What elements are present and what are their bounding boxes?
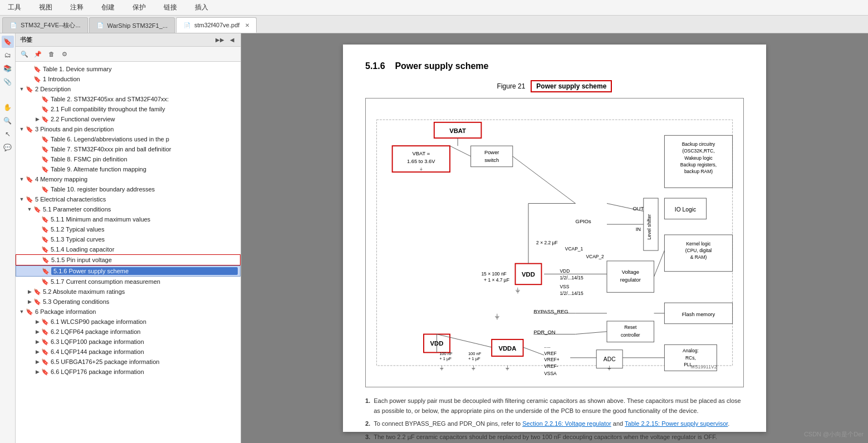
tree-expand-t25[interactable]: ▼ bbox=[18, 308, 26, 316]
tab-stm32f4ve[interactable]: 📄 STM32_F4VE--核心... bbox=[2, 17, 88, 33]
tree-item-t14[interactable]: ▼🔖5 Electrical characteristics bbox=[16, 194, 241, 204]
tree-item-t1[interactable]: 🔖Table 1. Device summary bbox=[16, 64, 241, 74]
bookmark-delete-icon[interactable]: 🗑 bbox=[46, 48, 57, 60]
tree-expand-t1 bbox=[26, 65, 33, 73]
toolbar-annotate[interactable]: 注释 bbox=[67, 2, 87, 13]
bookmark-icon-t26: 🔖 bbox=[41, 318, 49, 326]
thumbnail-panel-toggle[interactable]: 🗂 bbox=[2, 49, 14, 61]
bookmark-add-icon[interactable]: 📌 bbox=[32, 48, 43, 60]
tree-item-t22[interactable]: 🔖5.1.7 Current consumption measuremen bbox=[16, 277, 241, 287]
select-tool[interactable]: ↖ bbox=[2, 128, 14, 140]
tree-item-t7[interactable]: ▼🔖3 Pinouts and pin description bbox=[16, 124, 241, 134]
tree-expand-t31[interactable]: ▶ bbox=[33, 368, 41, 376]
pdf-viewer[interactable]: 5.1.6 Power supply scheme Figure 21 Powe… bbox=[241, 33, 868, 443]
tab-warship[interactable]: 📄 WarShip STM32F1_... bbox=[89, 17, 175, 33]
tree-item-t21[interactable]: 🔖5.1.6 Power supply scheme bbox=[16, 265, 241, 277]
layers-panel-toggle[interactable]: 📚 bbox=[2, 62, 14, 75]
tab-stm32f407ve-pdf[interactable]: 📄 stm32f407ve.pdf ✕ bbox=[176, 17, 257, 33]
hand-tool[interactable]: ✋ bbox=[2, 101, 14, 114]
tree-item-t5[interactable]: 🔖2.1 Full compatibility throughout the f… bbox=[16, 104, 241, 114]
tree-item-t13[interactable]: 🔖Table 10. register boundary addresses bbox=[16, 184, 241, 194]
tree-expand-t30[interactable]: ▶ bbox=[33, 358, 41, 366]
zoom-tool[interactable]: 🔍 bbox=[2, 115, 14, 127]
expand-all-button[interactable]: ▶▶ bbox=[214, 36, 226, 43]
tree-item-t19[interactable]: 🔖5.1.4 Loading capacitor bbox=[16, 244, 241, 254]
bookmark-options-icon[interactable]: ⚙ bbox=[59, 48, 70, 60]
tree-expand-t26[interactable]: ▶ bbox=[33, 318, 41, 326]
tree-label-t15: 5.1 Parameter conditions bbox=[43, 206, 238, 213]
tree-expand-t24[interactable]: ▶ bbox=[26, 298, 33, 306]
toolbar-insert[interactable]: 插入 bbox=[192, 2, 212, 13]
annotation-text-3: The two 2.2 µF ceramic capacitors should… bbox=[374, 432, 717, 442]
tree-expand-t15[interactable]: ▼ bbox=[26, 205, 33, 213]
tree-item-t25[interactable]: ▼🔖6 Package information bbox=[16, 307, 241, 317]
tree-label-t18: 5.1.3 Typical curves bbox=[51, 236, 238, 243]
tree-label-t20: 5.1.5 Pin input voltage bbox=[51, 257, 238, 263]
svg-text:Kernel logic: Kernel logic bbox=[686, 241, 710, 247]
tree-expand-t3[interactable]: ▼ bbox=[18, 85, 26, 93]
tree-expand-t28[interactable]: ▶ bbox=[33, 338, 41, 346]
tree-item-t15[interactable]: ▼🔖5.1 Parameter conditions bbox=[16, 204, 241, 214]
svg-text:Level shifter: Level shifter bbox=[646, 214, 652, 240]
toolbar-protect[interactable]: 保护 bbox=[129, 2, 149, 13]
tree-item-t26[interactable]: ▶🔖6.1 WLCSP90 package information bbox=[16, 317, 241, 327]
annotation-link-power-sup[interactable]: Table 2.2.15: Power supply supervisor bbox=[625, 420, 728, 427]
tree-expand-t7[interactable]: ▼ bbox=[18, 125, 26, 133]
tree-item-t11[interactable]: 🔖Table 9. Alternate function mapping bbox=[16, 164, 241, 174]
tree-item-t31[interactable]: ▶🔖6.6 LQFP176 package information bbox=[16, 367, 241, 377]
svg-text:⏚: ⏚ bbox=[506, 364, 509, 371]
tree-item-t24[interactable]: ▶🔖5.3 Operating conditions bbox=[16, 297, 241, 307]
tree-expand-t23[interactable]: ▶ bbox=[26, 288, 33, 296]
tree-label-t26: 6.1 WLCSP90 package information bbox=[51, 318, 238, 325]
collapse-all-button[interactable]: ◀ bbox=[228, 36, 236, 43]
bookmark-icon-t28: 🔖 bbox=[41, 338, 49, 346]
tree-expand-t6[interactable]: ▶ bbox=[33, 115, 41, 123]
svg-text:Backup circuitry: Backup circuitry bbox=[682, 141, 715, 147]
toolbar-view[interactable]: 视图 bbox=[36, 2, 56, 13]
svg-text:⏚: ⏚ bbox=[495, 312, 499, 320]
tree-item-t9[interactable]: 🔖Table 7. STM32F40xxx pin and ball defin… bbox=[16, 144, 241, 154]
tree-expand-t14[interactable]: ▼ bbox=[18, 195, 26, 203]
annotation-link-voltage-reg[interactable]: Section 2.2.16: Voltage regulator bbox=[522, 420, 611, 427]
tree-item-t20[interactable]: 🔖5.1.5 Pin input voltage bbox=[16, 254, 241, 265]
svg-text:IN: IN bbox=[636, 226, 641, 232]
svg-text:Reset: Reset bbox=[624, 324, 637, 330]
tab-close-button[interactable]: ✕ bbox=[245, 22, 249, 28]
tree-expand-t17 bbox=[33, 225, 41, 233]
tree-item-t4[interactable]: 🔖Table 2. STM32F405xx and STM32F407xx: bbox=[16, 94, 241, 104]
tree-item-t3[interactable]: ▼🔖2 Description bbox=[16, 84, 241, 94]
tree-item-t29[interactable]: ▶🔖6.4 LQFP144 package information bbox=[16, 347, 241, 357]
toolbar-tools[interactable]: 工具 bbox=[4, 2, 24, 13]
tree-item-t17[interactable]: 🔖5.1.2 Typical values bbox=[16, 224, 241, 234]
tree-expand-t12[interactable]: ▼ bbox=[18, 175, 26, 183]
main-area: 🔖 🗂 📚 📎 ✋ 🔍 ↖ 💬 书签 ▶▶ ◀ 🔍 📌 🗑 ⚙ 🔖Table 1… bbox=[0, 33, 868, 443]
tree-item-t8[interactable]: 🔖Table 6. Legend/abbreviations used in t… bbox=[16, 134, 241, 144]
tree-item-t23[interactable]: ▶🔖5.2 Absolute maximum ratings bbox=[16, 287, 241, 297]
toolbar-create[interactable]: 创建 bbox=[98, 2, 118, 13]
tree-item-t10[interactable]: 🔖Table 8. FSMC pin definition bbox=[16, 154, 241, 164]
tree-label-t28: 6.3 LQFP100 package information bbox=[51, 338, 238, 345]
tree-item-t6[interactable]: ▶🔖2.2 Functional overview bbox=[16, 114, 241, 124]
comment-tool[interactable]: 💬 bbox=[2, 141, 14, 154]
tree-item-t18[interactable]: 🔖5.1.3 Typical curves bbox=[16, 234, 241, 244]
tree-item-t12[interactable]: ▼🔖4 Memory mapping bbox=[16, 174, 241, 184]
attachments-panel-toggle[interactable]: 📎 bbox=[2, 76, 14, 88]
tree-expand-t29[interactable]: ▶ bbox=[33, 348, 41, 356]
svg-text:VREF-: VREF- bbox=[544, 363, 558, 369]
tree-item-t2[interactable]: 🔖1 Introduction bbox=[16, 74, 241, 84]
svg-text:regulator: regulator bbox=[620, 277, 641, 283]
tree-item-t30[interactable]: ▶🔖6.5 UFBGA176+25 package information bbox=[16, 357, 241, 367]
svg-text:VDDA: VDDA bbox=[498, 345, 516, 352]
annotation-text-2: To connect BYPASS_REG and PDR_ON pins, r… bbox=[374, 419, 729, 429]
tree-item-t28[interactable]: ▶🔖6.3 LQFP100 package information bbox=[16, 337, 241, 347]
svg-text:& RAM): & RAM) bbox=[690, 254, 707, 260]
toolbar-link[interactable]: 链接 bbox=[160, 2, 180, 13]
tree-item-t16[interactable]: 🔖5.1.1 Minimum and maximum values bbox=[16, 214, 241, 224]
svg-text:⏚: ⏚ bbox=[420, 166, 423, 171]
svg-text:VCAP_1: VCAP_1 bbox=[565, 246, 583, 252]
tree-expand-t27[interactable]: ▶ bbox=[33, 328, 41, 336]
bookmark-search-icon[interactable]: 🔍 bbox=[19, 48, 30, 60]
annotation-text-1: Each power supply pair must be decoupled… bbox=[374, 396, 744, 416]
tree-item-t27[interactable]: ▶🔖6.2 LQFP64 package information bbox=[16, 327, 241, 337]
bookmark-panel-toggle[interactable]: 🔖 bbox=[2, 36, 14, 48]
